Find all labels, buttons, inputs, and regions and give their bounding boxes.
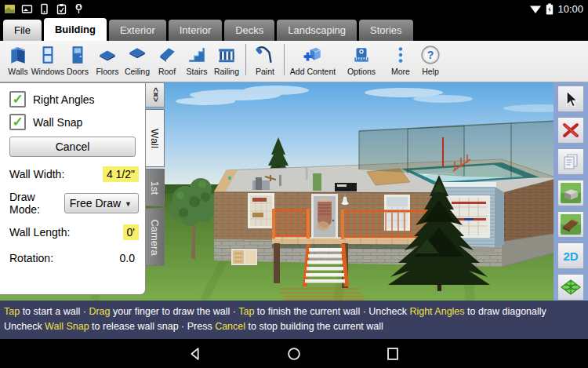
toolbar-item-ceiling[interactable]: Ceiling [122,41,152,82]
side-tab-strip: << >> Wall 1st Camera [146,82,165,266]
cursor-icon [560,88,582,110]
wall-width-field: Wall Width: 4 1/2" [9,165,139,184]
chevron-down-icon: ▼ [125,200,132,208]
toolbar-item-more[interactable]: More [386,41,416,82]
tab-landscaping[interactable]: Landscaping [277,20,357,41]
roof-piece-icon [560,213,582,235]
help-line-1: Tap to start a wall · Drag your finger t… [4,304,583,319]
checkbox-checked-icon: ✓ [9,114,26,130]
wall-icon [8,45,28,65]
draw-mode-dropdown[interactable]: Free Draw ▼ [64,193,139,213]
options-icon [351,45,372,65]
side-tab-camera[interactable]: Camera [146,208,165,266]
wall-length-value: 0' [123,224,139,240]
android-nav-bar [0,339,588,368]
2d-label: 2D [563,250,578,263]
main-area: ✓ Right Angles ✓ Wall Snap Cancel Wall W… [0,82,588,301]
building-toolbar: Walls Windows Doors Floors Ceiling Roof … [0,41,588,82]
toolbar-separator [284,44,285,75]
transparent-walls [359,121,558,178]
ceiling-icon [127,45,147,65]
clipboard-icon [56,3,67,15]
terrain-grid-icon [560,276,582,298]
select-tool-button[interactable] [557,86,584,112]
delete-tool-button[interactable] [557,117,584,144]
window-left [248,193,274,228]
tab-building[interactable]: Building [44,18,107,41]
battery-charging-icon [546,3,554,15]
tab-stories[interactable]: Stories [359,20,412,41]
window-icon [38,45,58,65]
toolbar-item-roof[interactable]: Roof [152,41,182,82]
toolbar-item-windows[interactable]: Windows [33,41,63,82]
toolbar-item-options[interactable]: Options [337,41,386,82]
tab-file[interactable]: File [3,20,42,41]
tab-exterior[interactable]: Exterior [109,20,166,41]
right-angles-checkbox[interactable]: ✓ Right Angles [9,91,137,107]
window-right [384,195,410,231]
wifi-icon [529,4,542,14]
toolbar-item-add-content[interactable]: Add Content [289,41,337,82]
panel-collapse-button[interactable]: << >> [146,82,165,107]
wall-snap-checkbox[interactable]: ✓ Wall Snap [9,114,137,130]
toolbar-item-floors[interactable]: Floors [93,41,122,82]
back-button[interactable] [180,342,210,366]
block-tool-button[interactable] [557,180,584,206]
roof-icon [157,45,177,65]
floor-icon [97,45,118,65]
recents-icon [384,345,401,363]
delete-x-icon [560,119,582,141]
side-tab-wall[interactable]: Wall [146,109,165,167]
draw-mode-field: Draw Mode: Free Draw ▼ [9,191,139,216]
cancel-button[interactable]: Cancel [9,137,136,157]
help-icon: ? [420,45,441,65]
rotation-field: Rotation: 0.0 [9,249,139,268]
roof-tool-button[interactable] [557,211,584,238]
stairs-icon [187,45,207,65]
screenshot-icon [21,3,33,15]
2d-view-button[interactable]: 2D [557,242,584,269]
copy-pages-icon [560,151,582,173]
help-line-2: Uncheck Wall Snap to release wall snap ·… [4,319,583,334]
app-notification-icon [4,3,16,15]
add-content-icon [303,45,323,65]
toolbar-item-paint[interactable]: Paint [250,41,280,82]
rotation-value: 0.0 [116,250,139,266]
android-status-bar: 10:00 [0,0,588,17]
wall-tool-panel: ✓ Right Angles ✓ Wall Snap Cancel Wall W… [0,82,146,295]
wall-length-field: Wall Length: 0' [9,223,139,242]
back-icon [187,345,204,363]
concrete-block-icon [560,182,582,204]
toolbar-separator [245,44,246,75]
toolbar-item-walls[interactable]: Walls [3,41,33,82]
terrain-grid-button[interactable] [557,274,584,301]
clock: 10:00 [557,3,583,15]
toolbar-item-help[interactable]: ? Help [416,41,445,82]
more-icon [390,45,411,65]
tab-interior[interactable]: Interior [169,20,222,41]
copy-tool-button[interactable] [557,148,584,175]
usb-icon [73,3,85,15]
basement-window [231,249,257,265]
app-window: 10:00 File Building Exterior Interior De… [0,0,588,368]
home-button[interactable] [279,342,309,366]
door-icon [67,45,88,65]
front-door [311,194,338,242]
home-icon [285,345,303,363]
right-tool-strip: 2D [554,82,588,301]
wall-width-value: 4 1/2" [103,166,139,182]
checkbox-checked-icon: ✓ [9,91,26,107]
paint-icon [255,45,275,65]
ribbon-tab-bar: File Building Exterior Interior Decks La… [0,17,588,41]
railing-icon [216,45,237,65]
toolbar-item-doors[interactable]: Doors [63,41,93,82]
help-bar: Tap to start a wall · Drag your finger t… [0,301,588,339]
side-tab-1st[interactable]: 1st [146,169,165,206]
tab-decks[interactable]: Decks [224,20,274,41]
toolbar-label: Walls [8,67,27,76]
toolbar-item-railing[interactable]: Railing [212,41,241,82]
recents-button[interactable] [378,342,408,366]
device-icon [38,3,50,15]
toolbar-item-stairs[interactable]: Stairs [182,41,212,82]
svg-text:?: ? [427,49,434,61]
